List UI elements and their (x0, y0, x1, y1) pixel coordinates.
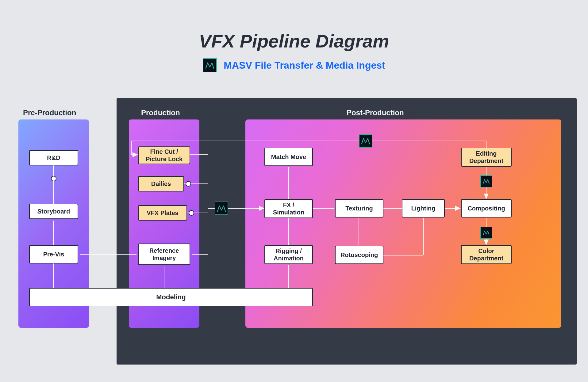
subtitle-text: MASV File Transfer & Media Ingest (224, 60, 385, 71)
page-title: VFX Pipeline Diagram (0, 31, 588, 52)
node-compositing: Compositing (461, 199, 512, 217)
node-editing: Editing Department (461, 148, 512, 167)
diagram-canvas: VFX Pipeline Diagram MASV File Transfer … (0, 0, 588, 382)
node-color: Color Department (461, 245, 512, 264)
node-modeling: Modeling (29, 288, 313, 306)
node-dailies: Dailies (138, 176, 184, 191)
node-finecut: Fine Cut / Picture Lock (138, 146, 190, 164)
node-fxsim: FX / Simulation (264, 199, 313, 218)
node-storyboard: Storyboard (29, 204, 78, 219)
node-texturing: Texturing (335, 199, 383, 217)
subtitle-row: MASV File Transfer & Media Ingest (0, 58, 588, 72)
node-rotoscoping: Rotoscoping (335, 246, 383, 264)
masv-logo-icon (480, 227, 492, 239)
node-rd: R&D (29, 150, 78, 165)
masv-logo-icon (203, 58, 217, 72)
node-refimg: Reference Imagery (138, 244, 190, 265)
masv-logo-icon (480, 175, 492, 187)
node-lighting: Lighting (402, 199, 445, 217)
masv-logo-icon (215, 202, 228, 215)
section-label-prod: Production (141, 108, 180, 117)
section-label-preprod: Pre-Production (23, 108, 76, 117)
node-vfxplates: VFX Plates (138, 205, 187, 221)
section-label-postprod: Post-Production (347, 108, 404, 117)
node-previs: Pre-Vis (29, 245, 78, 263)
node-rigging: Rigging / Animation (264, 245, 313, 264)
masv-logo-icon (359, 134, 372, 148)
node-matchmove: Match Move (264, 148, 313, 166)
